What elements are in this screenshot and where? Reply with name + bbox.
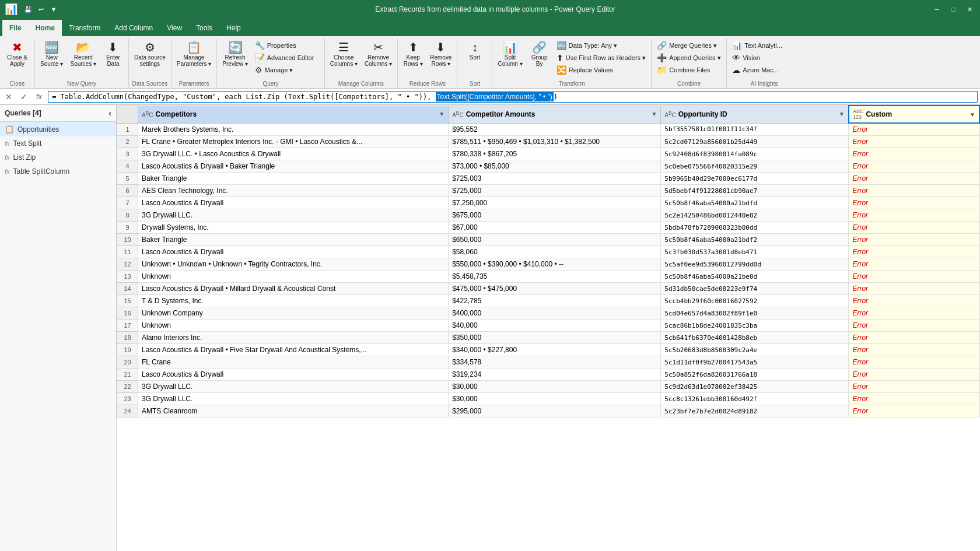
ribbon-group-reduce-rows: ⬆ KeepRows ▾ ⬇ RemoveRows ▾ Reduce Rows xyxy=(398,38,457,88)
close-apply-button[interactable]: ✖ Close &Apply xyxy=(4,40,30,75)
use-first-row-button[interactable]: ⬆ Use First Row as Headers ▾ xyxy=(554,52,649,64)
table-icon: 📋 xyxy=(5,125,14,134)
table-row: 6AES Clean Technology, Inc.$725,0005d5be… xyxy=(117,185,980,197)
properties-button[interactable]: 🔧 Properties xyxy=(252,40,322,51)
close-icon[interactable]: ✕ xyxy=(964,3,975,15)
sidebar-item-list-zip[interactable]: fx List Zip xyxy=(0,150,116,164)
cell-competitors: 3G Drywall LLC. xyxy=(138,393,449,405)
data-type-button[interactable]: 🔤 Data Type: Any ▾ xyxy=(554,40,649,51)
row-number: 21 xyxy=(117,368,138,381)
data-source-settings-button[interactable]: ⚙ Data sourcesettings xyxy=(131,40,169,75)
sidebar-collapse-icon[interactable]: ‹ xyxy=(108,108,111,118)
cancel-formula-button[interactable]: ✕ xyxy=(2,90,15,103)
maximize-icon[interactable]: □ xyxy=(947,3,959,15)
grid-container[interactable]: ABC Competitors ▼ ABC Competitor Amounts… xyxy=(117,105,980,551)
minimize-icon[interactable]: ─ xyxy=(931,3,943,15)
save-icon[interactable]: 💾 xyxy=(22,3,34,15)
undo-icon[interactable]: ↩ xyxy=(35,3,47,15)
cell-opp-id: 5c2cd07129a856001b25d449 xyxy=(661,136,849,148)
tab-view[interactable]: View xyxy=(160,20,189,36)
col-dropdown-competitors[interactable]: ▼ xyxy=(439,111,444,117)
refresh-preview-icon: 🔄 xyxy=(228,41,243,53)
menu-icon[interactable]: ▼ xyxy=(48,3,60,15)
merge-queries-label: Merge Queries ▾ xyxy=(669,42,717,50)
data-source-settings-label: Data sourcesettings xyxy=(134,54,166,67)
cell-amounts: $58,060 xyxy=(449,246,661,258)
sort-button[interactable]: ↕ Sort xyxy=(462,40,488,75)
use-first-row-icon: ⬆ xyxy=(556,54,564,62)
combine-files-button[interactable]: 📁 Combine Files xyxy=(654,64,724,76)
merge-queries-button[interactable]: 🔗 Merge Queries ▾ xyxy=(654,40,724,51)
formula-input[interactable]: = Table.AddColumn(ChangedType, "Custom",… xyxy=(48,91,978,103)
sidebar-item-text-split[interactable]: fx Text Split xyxy=(0,136,116,150)
sidebar-item-label-opportunities: Opportunities xyxy=(18,125,59,134)
cell-custom: Error xyxy=(849,185,979,197)
azure-ml-button[interactable]: ☁ Azure Mac... xyxy=(729,64,799,76)
sidebar-item-opportunities[interactable]: 📋 Opportunities xyxy=(0,122,116,136)
cell-amounts: $40,000 xyxy=(449,320,661,332)
cell-custom: Error xyxy=(849,148,979,160)
col-dropdown-amounts[interactable]: ▼ xyxy=(651,111,657,117)
group-by-button[interactable]: 🔗 GroupBy xyxy=(527,40,552,75)
col-header-custom[interactable]: ABC123 Custom ▼ xyxy=(849,106,979,123)
tab-file[interactable]: File xyxy=(2,20,29,36)
group-by-label: GroupBy xyxy=(531,54,548,67)
col-header-amounts[interactable]: ABC Competitor Amounts ▼ xyxy=(449,106,661,123)
remove-columns-icon: ✂ xyxy=(373,41,383,53)
col-dropdown-custom[interactable]: ▼ xyxy=(970,111,975,118)
sidebar-item-table-splitcolumn[interactable]: fx Table SplitColumn xyxy=(0,164,116,178)
col-dropdown-opp-id[interactable]: ▼ xyxy=(839,111,845,117)
refresh-preview-button[interactable]: 🔄 RefreshPreview ▾ xyxy=(219,40,250,75)
advanced-editor-label: Advanced Editor xyxy=(267,54,314,61)
parameters-group-label: Parameters xyxy=(179,80,209,88)
tab-add-column[interactable]: Add Column xyxy=(107,20,160,36)
advanced-editor-button[interactable]: 📝 Advanced Editor xyxy=(252,52,322,64)
keep-rows-button[interactable]: ⬆ KeepRows ▾ xyxy=(400,40,426,75)
cell-opp-id: 5c5af0ee9d53960012799dd0d xyxy=(661,258,849,271)
append-queries-button[interactable]: ➕ Append Queries ▾ xyxy=(654,52,724,64)
cell-custom: Error xyxy=(849,209,979,222)
recent-sources-button[interactable]: 📂 RecentSources ▾ xyxy=(67,40,99,75)
tab-tools[interactable]: Tools xyxy=(189,20,219,36)
cell-custom: Error xyxy=(849,332,979,344)
tab-transform[interactable]: Transform xyxy=(62,20,107,36)
cell-custom: Error xyxy=(849,381,979,393)
table-row: 14Lasco Acoustics & Drywall • Millard Dr… xyxy=(117,283,980,295)
cell-competitors: AES Clean Technology, Inc. xyxy=(138,185,449,197)
new-source-button[interactable]: 🆕 NewSource ▾ xyxy=(37,40,66,75)
data-source-settings-icon: ⚙ xyxy=(145,41,155,53)
replace-values-button[interactable]: 🔀 Replace Values xyxy=(554,64,649,76)
table-row: 18Alamo Interiors Inc.$350,0005cb641fb63… xyxy=(117,332,980,344)
enter-data-button[interactable]: ⬇ EnterData xyxy=(100,40,126,75)
tab-help[interactable]: Help xyxy=(219,20,248,36)
manage-button[interactable]: ⚙ Manage ▾ xyxy=(252,64,322,76)
choose-columns-button[interactable]: ☰ ChooseColumns ▾ xyxy=(327,40,360,75)
remove-rows-icon: ⬇ xyxy=(436,41,446,53)
confirm-formula-button[interactable]: ✓ xyxy=(18,90,30,103)
keep-rows-icon: ⬆ xyxy=(408,41,418,53)
manage-parameters-button[interactable]: 📋 ManageParameters ▾ xyxy=(174,40,214,75)
func-icon-1: fx xyxy=(5,140,10,147)
table-row: 10Baker Triangle$650,0005c50b8f46aba5400… xyxy=(117,234,980,246)
cell-competitors: 3G Drywall LLC. xyxy=(138,381,449,393)
cell-opp-id: 5c92408d6f83980014fa089c xyxy=(661,148,849,160)
vision-button[interactable]: 👁 Vision xyxy=(729,52,799,64)
remove-rows-button[interactable]: ⬇ RemoveRows ▾ xyxy=(427,40,454,75)
row-number: 9 xyxy=(117,222,138,234)
ribbon-group-manage-columns: ☰ ChooseColumns ▾ ✂ RemoveColumns ▾ Mana… xyxy=(325,38,398,88)
data-sources-group-label: Data Sources xyxy=(132,80,168,88)
cell-opp-id: 5c50b8f46aba54000a21be0d xyxy=(661,271,849,283)
remove-columns-button[interactable]: ✂ RemoveColumns ▾ xyxy=(362,40,395,75)
col-header-opp-id[interactable]: ABC Opportunity ID ▼ xyxy=(661,106,849,123)
main-area: Queries [4] ‹ 📋 Opportunities fx Text Sp… xyxy=(0,105,980,551)
split-column-button[interactable]: 📊 SplitColumn ▾ xyxy=(495,40,525,75)
vision-icon: 👁 xyxy=(732,54,740,62)
tab-home[interactable]: Home xyxy=(29,20,62,36)
col-header-competitors[interactable]: ABC Competitors ▼ xyxy=(138,106,449,123)
table-row: 233G Drywall LLC.$30,0005cc8c13261ebb300… xyxy=(117,393,980,405)
ai-buttons: 📊 Text Analyti... 👁 Vision ☁ Azure Mac..… xyxy=(729,40,799,80)
text-analytics-button[interactable]: 📊 Text Analyti... xyxy=(729,40,799,51)
close-group-buttons: ✖ Close &Apply xyxy=(4,40,30,80)
cell-opp-id: 5cac86b1b8de24001835c3ba xyxy=(661,320,849,332)
cell-amounts: $5,458,735 xyxy=(449,271,661,283)
